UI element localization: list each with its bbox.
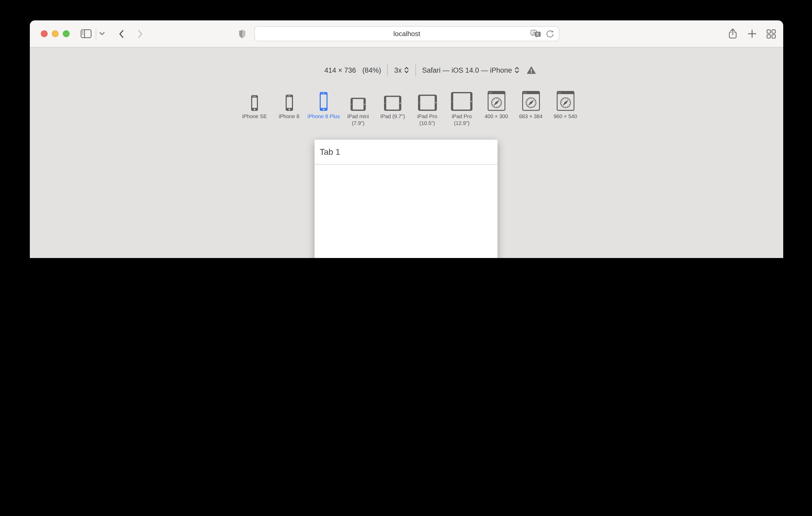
browser-device-icon xyxy=(522,87,540,111)
device-option-iphone-se[interactable]: iPhone SE xyxy=(238,87,271,126)
traffic-lights xyxy=(41,20,69,47)
up-down-stepper-icon xyxy=(514,66,519,74)
tablet-device-icon xyxy=(384,87,401,111)
translate-icon[interactable]: A xyxy=(530,30,541,38)
phone-device-icon xyxy=(320,87,327,111)
rdm-control-bar: 414 × 736 (84%) 3x Safari — iOS 14.0 — i… xyxy=(324,63,535,77)
new-tab-icon[interactable] xyxy=(748,29,757,38)
phone-device-icon xyxy=(251,87,258,111)
rdm-divider xyxy=(387,64,388,76)
fullscreen-button[interactable] xyxy=(63,30,69,37)
page-content: Tab 1 page Explore UI Components xyxy=(314,165,498,258)
screenshot-stage: localhost A xyxy=(0,0,812,258)
warning-icon[interactable] xyxy=(527,66,535,74)
pixel-ratio-value: 3x xyxy=(394,66,402,74)
browser-titlebar: localhost A xyxy=(30,20,783,48)
reload-icon[interactable] xyxy=(546,30,554,38)
share-icon[interactable] xyxy=(728,28,738,39)
device-option-ipad-97[interactable]: iPad (9.7") xyxy=(376,87,409,126)
address-bar-url: localhost xyxy=(394,30,420,38)
toolbar-divider xyxy=(96,28,96,39)
device-label: iPad (9.7") xyxy=(380,114,405,120)
address-bar[interactable]: localhost A xyxy=(254,26,559,41)
up-down-stepper-icon xyxy=(404,66,409,74)
viewport-dimensions[interactable]: 414 × 736 xyxy=(324,66,356,74)
device-label: 960 × 540 xyxy=(554,114,577,120)
device-label: iPhone SE xyxy=(242,114,267,120)
device-option-iphone-8[interactable]: iPhone 8 xyxy=(272,87,306,126)
device-label: iPad Pro (10.5") xyxy=(411,114,444,126)
device-option-iphone-8-plus[interactable]: iPhone 8 Plus xyxy=(307,87,340,126)
device-option-custom-960x540[interactable]: 960 × 540 xyxy=(549,87,582,126)
browser-device-icon xyxy=(556,87,574,111)
minimize-button[interactable] xyxy=(52,30,59,37)
pixel-ratio-select[interactable]: 3x xyxy=(394,66,409,74)
device-option-ipad-mini[interactable]: iPad mini (7.9") xyxy=(342,87,375,126)
user-agent-select[interactable]: Safari — iOS 14.0 — iPhone xyxy=(422,66,519,74)
viewport-zoom: (84%) xyxy=(362,66,381,74)
device-label: iPhone 8 Plus xyxy=(308,114,340,120)
tablet-device-icon xyxy=(451,87,472,111)
device-label: iPhone 8 xyxy=(279,114,299,120)
browser-device-icon xyxy=(487,87,505,111)
device-presets-row: iPhone SE iPhone 8 iPhone 8 Plus iPad mi… xyxy=(238,87,582,126)
back-button[interactable] xyxy=(119,30,124,38)
device-option-custom-400x300[interactable]: 400 × 300 xyxy=(480,87,513,126)
device-label: 683 × 384 xyxy=(519,114,543,120)
device-label: 400 × 300 xyxy=(485,114,508,120)
rdm-divider xyxy=(415,64,416,76)
forward-button[interactable] xyxy=(138,30,143,38)
device-option-ipad-pro-105[interactable]: iPad Pro (10.5") xyxy=(411,87,444,126)
close-button[interactable] xyxy=(41,30,48,37)
page-header-title: Tab 1 xyxy=(320,147,340,157)
device-label: iPad Pro (12.9") xyxy=(445,114,478,126)
tablet-device-icon xyxy=(418,87,437,111)
page-header: Tab 1 xyxy=(314,140,498,165)
device-label: iPad mini (7.9") xyxy=(342,114,375,126)
user-agent-value: Safari — iOS 14.0 — iPhone xyxy=(422,66,512,74)
sidebar-chevron-down-icon[interactable] xyxy=(99,32,105,35)
sidebar-icon[interactable] xyxy=(81,29,92,38)
safari-window: localhost A xyxy=(30,20,783,258)
device-option-ipad-pro-129[interactable]: iPad Pro (12.9") xyxy=(445,87,478,126)
phone-device-icon xyxy=(285,87,293,111)
simulated-viewport: Tab 1 Tab 1 page Explore UI Components T… xyxy=(314,140,498,258)
device-option-custom-683x384[interactable]: 683 × 384 xyxy=(514,87,547,126)
tablet-device-icon xyxy=(351,87,366,111)
privacy-shield-icon[interactable] xyxy=(239,29,246,38)
svg-text:A: A xyxy=(532,31,535,35)
tab-overview-icon[interactable] xyxy=(766,29,776,38)
